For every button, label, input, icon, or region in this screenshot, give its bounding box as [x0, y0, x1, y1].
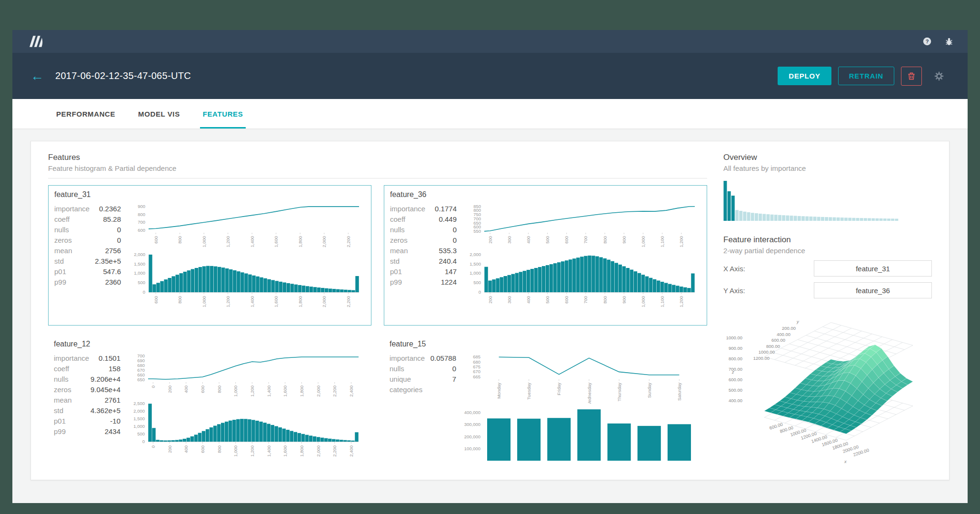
svg-text:2,200: 2,200 — [346, 236, 351, 247]
svg-text:1,200: 1,200 — [225, 236, 230, 247]
svg-text:800: 800 — [177, 236, 182, 244]
svg-text:800: 800 — [217, 386, 222, 393]
svg-text:800: 800 — [602, 296, 608, 304]
svg-text:1,000: 1,000 — [470, 270, 481, 276]
svg-text:300,000: 300,000 — [464, 422, 480, 427]
svg-text:700: 700 — [583, 296, 588, 304]
deploy-button[interactable]: DEPLOY — [778, 67, 831, 85]
svg-text:500: 500 — [137, 431, 145, 436]
sidebar: Overview All features by importance Feat… — [723, 153, 932, 467]
svg-text:Saturday: Saturday — [677, 383, 682, 401]
stat-value: 0.1774 — [435, 204, 457, 214]
features-card: Features Feature histogram & Partial dep… — [30, 141, 950, 480]
stat-value: 2.35e+5 — [95, 256, 121, 267]
stat-value: 0.05788 — [430, 353, 456, 364]
svg-text:1,100: 1,100 — [660, 296, 665, 307]
help-icon[interactable]: ? — [922, 36, 932, 47]
svg-text:1000.00: 1000.00 — [726, 335, 742, 340]
svg-text:0: 0 — [150, 445, 156, 448]
svg-text:Friday: Friday — [556, 383, 561, 395]
feature-name: feature_15 — [390, 340, 701, 348]
tab-features[interactable]: FEATURES — [203, 99, 243, 128]
stat-label: importance — [390, 353, 425, 364]
feature-charts: 685680675670665MondayTuesdayFridayWednes… — [462, 351, 701, 464]
svg-text:200: 200 — [488, 236, 493, 244]
svg-text:400.00: 400.00 — [777, 332, 790, 337]
settings-button[interactable] — [929, 67, 950, 86]
svg-text:1,000: 1,000 — [233, 386, 238, 397]
feature-interaction-heading: Feature interaction — [723, 235, 932, 245]
svg-text:200.00: 200.00 — [782, 326, 796, 331]
svg-text:900: 900 — [621, 296, 627, 304]
retrain-button[interactable]: RETRAIN — [838, 67, 894, 85]
svg-text:400,000: 400,000 — [464, 410, 480, 415]
svg-text:400: 400 — [526, 296, 531, 304]
svg-text:600: 600 — [200, 386, 205, 393]
stat-label: std — [54, 405, 63, 416]
x-axis-select[interactable]: feature_31 — [814, 260, 932, 277]
svg-text:700: 700 — [138, 219, 145, 225]
svg-text:2,000: 2,000 — [133, 408, 145, 414]
stat-value: 2756 — [105, 246, 121, 256]
stat-value: 2360 — [105, 277, 121, 287]
stat-label: coeff — [54, 214, 70, 225]
svg-text:Sunday: Sunday — [647, 383, 652, 398]
svg-text:900: 900 — [621, 236, 627, 244]
stat-label: p99 — [54, 277, 66, 287]
svg-text:500: 500 — [473, 280, 481, 285]
stat-label: unique — [390, 374, 411, 385]
feature-charts: 8508007507006506005502003004005006007008… — [462, 202, 701, 314]
svg-text:1,600: 1,600 — [282, 386, 288, 397]
svg-text:500.00: 500.00 — [729, 387, 742, 393]
gear-icon — [934, 71, 944, 81]
delete-button[interactable] — [901, 67, 922, 86]
features-main-section: Features Feature histogram & Partial dep… — [48, 153, 707, 467]
stat-label: mean — [54, 246, 72, 256]
logo[interactable] — [26, 35, 47, 48]
feature-name: feature_31 — [54, 190, 365, 199]
stat-label: coeff — [390, 214, 405, 225]
svg-text:1,500: 1,500 — [134, 261, 145, 267]
svg-text:800.00: 800.00 — [766, 344, 780, 349]
back-arrow-icon[interactable]: ← — [30, 69, 44, 83]
stat-row: coeff158 — [54, 364, 120, 374]
feature-panel-feature-36: feature_36 importance0.1774coeff0.449nul… — [384, 185, 707, 326]
divider — [48, 178, 707, 178]
histogram-chart: 2,0001,5001,00050006008001,0001,2001,400… — [127, 251, 365, 314]
svg-text:800: 800 — [177, 296, 182, 304]
svg-text:2,000: 2,000 — [316, 445, 321, 457]
bug-icon[interactable] — [944, 36, 954, 47]
svg-text:x: x — [844, 459, 847, 464]
tab-model-vis[interactable]: MODEL VIS — [138, 99, 180, 128]
svg-text:2,000: 2,000 — [470, 252, 481, 257]
svg-text:200: 200 — [167, 445, 172, 453]
stat-label: nulls — [390, 225, 405, 235]
svg-text:1,400: 1,400 — [266, 445, 271, 457]
svg-text:2,000: 2,000 — [321, 296, 327, 307]
histogram-chart: 2,5002,0001,5001,000500002004006008001,0… — [126, 401, 364, 464]
stat-value: 4.362e+5 — [90, 405, 120, 416]
stat-value: 0 — [117, 225, 121, 235]
model-actions: DEPLOY RETRAIN — [778, 67, 950, 86]
stat-label: nulls — [390, 364, 404, 374]
svg-text:550: 550 — [473, 228, 481, 234]
tab-performance[interactable]: PERFORMANCE — [56, 99, 115, 128]
svg-text:Monday: Monday — [496, 383, 501, 399]
svg-text:1,000: 1,000 — [640, 236, 646, 247]
category-bar-chart: 400,000300,000200,000100,000 — [462, 404, 700, 464]
stat-value: 240.4 — [439, 256, 457, 267]
surface-3d-chart: 1000.00900.00800.00700.00600.00500.00400… — [720, 302, 929, 466]
stat-row: mean2761 — [54, 395, 120, 405]
stat-row: p01547.6 — [54, 267, 121, 277]
svg-text:685: 685 — [473, 354, 480, 359]
y-axis-row: Y Axis: feature_36 — [723, 282, 932, 298]
svg-text:1,200: 1,200 — [250, 386, 255, 397]
y-axis-select[interactable]: feature_36 — [814, 282, 932, 298]
svg-text:1,000: 1,000 — [640, 296, 646, 307]
stat-label: p01 — [54, 416, 66, 426]
feature-stats: importance0.1774coeff0.449nulls0zeros0me… — [390, 204, 462, 314]
svg-text:1,400: 1,400 — [250, 296, 255, 307]
stat-label: p99 — [390, 277, 402, 287]
stat-row: unique7 — [390, 374, 456, 385]
stat-label: std — [390, 256, 400, 267]
